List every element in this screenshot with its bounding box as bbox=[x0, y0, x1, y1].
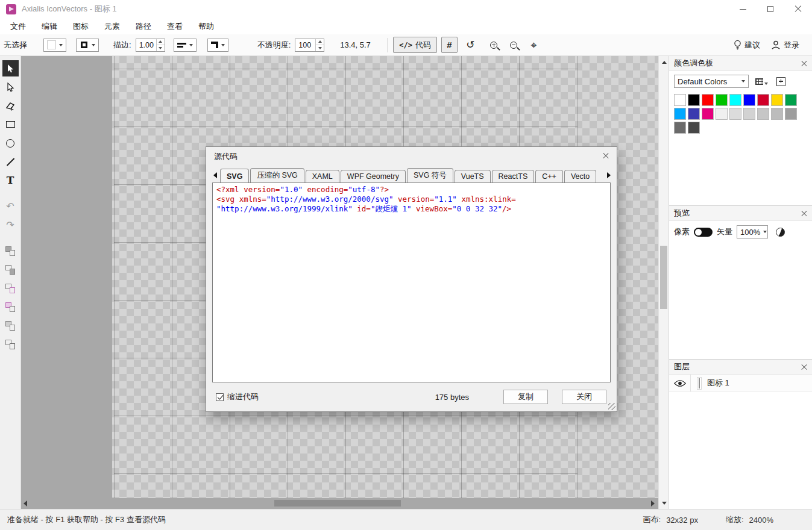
pixel-vector-toggle[interactable] bbox=[694, 228, 713, 237]
opacity-stepper[interactable]: 100 bbox=[295, 39, 324, 52]
toggle-grid-button[interactable]: # bbox=[441, 37, 458, 53]
color-swatch[interactable] bbox=[771, 108, 783, 120]
color-swatch[interactable] bbox=[785, 108, 797, 120]
color-swatch[interactable] bbox=[785, 94, 797, 106]
maximize-button[interactable] bbox=[757, 0, 784, 18]
tab-xaml[interactable]: XAML bbox=[306, 170, 339, 182]
scroll-right-button[interactable] bbox=[649, 498, 657, 509]
line-style-dropdown[interactable] bbox=[174, 39, 197, 52]
zoom-in-button[interactable] bbox=[486, 37, 502, 53]
pixel-label: 像素 bbox=[674, 226, 690, 237]
color-swatch[interactable] bbox=[729, 94, 741, 106]
shape-op-button-2[interactable] bbox=[2, 261, 19, 278]
tabs: SVG压缩的 SVGXAMLWPF GeometrySVG 符号VueTSRea… bbox=[220, 168, 597, 182]
layer-row[interactable]: 图标 1 bbox=[669, 375, 812, 392]
shape-op-button-5[interactable] bbox=[2, 317, 19, 334]
tab-cpp[interactable]: C++ bbox=[535, 170, 563, 182]
direct-selection-tool-button[interactable] bbox=[2, 79, 19, 95]
shape-selection-tool-button[interactable] bbox=[2, 98, 19, 114]
close-button[interactable] bbox=[784, 0, 812, 18]
resize-grip[interactable] bbox=[608, 403, 615, 410]
menu-item-view[interactable]: 查看 bbox=[159, 19, 190, 34]
menu-item-edit[interactable]: 编辑 bbox=[34, 19, 65, 34]
minimize-button[interactable] bbox=[729, 0, 757, 18]
tab-vuets[interactable]: VueTS bbox=[455, 170, 491, 182]
tab-reactts[interactable]: ReactTS bbox=[492, 170, 535, 182]
horizontal-scrollbar-thumb[interactable] bbox=[274, 500, 401, 507]
selection-tool-button[interactable] bbox=[2, 60, 19, 76]
view-code-button[interactable]: </> 代码 bbox=[393, 37, 437, 53]
suggest-button[interactable]: 建议 bbox=[729, 37, 764, 53]
shape-op-button-1[interactable] bbox=[2, 243, 19, 259]
tab-wpf-geometry[interactable]: WPF Geometry bbox=[341, 170, 406, 182]
tab-scroll-right-icon[interactable] bbox=[607, 172, 611, 178]
fill-color-dropdown[interactable] bbox=[43, 39, 66, 52]
color-swatch[interactable] bbox=[702, 108, 714, 120]
rotate-view-button[interactable]: ↺ bbox=[462, 37, 479, 53]
color-swatch[interactable] bbox=[674, 122, 686, 134]
background-contrast-icon[interactable] bbox=[776, 228, 785, 237]
close-panel-icon[interactable] bbox=[801, 60, 807, 66]
tab-svg-symbol[interactable]: SVG 符号 bbox=[407, 168, 453, 182]
stepper-arrows[interactable] bbox=[156, 39, 165, 51]
color-swatch[interactable] bbox=[688, 122, 700, 134]
dialog-title-bar[interactable]: 源代码 bbox=[206, 147, 617, 166]
shape-op-button-6[interactable] bbox=[2, 336, 19, 352]
indent-code-checkbox[interactable] bbox=[216, 393, 224, 401]
menu-item-file[interactable]: 文件 bbox=[2, 19, 34, 34]
login-button[interactable]: 登录 bbox=[767, 37, 804, 53]
horizontal-scrollbar[interactable] bbox=[21, 498, 658, 509]
menu-item-path[interactable]: 路径 bbox=[128, 19, 159, 34]
close-panel-icon[interactable] bbox=[801, 210, 807, 216]
color-swatch[interactable] bbox=[729, 108, 741, 120]
vertical-scrollbar-thumb[interactable] bbox=[660, 246, 667, 309]
rectangle-tool-button[interactable] bbox=[2, 116, 19, 132]
color-swatch[interactable] bbox=[743, 108, 755, 120]
center-view-button[interactable]: ⌖ bbox=[526, 37, 542, 53]
menu-item-help[interactable]: 帮助 bbox=[190, 19, 222, 34]
preview-zoom-select[interactable]: 100% bbox=[737, 225, 768, 238]
menu-item-icon[interactable]: 图标 bbox=[65, 19, 96, 34]
vertical-scrollbar[interactable] bbox=[658, 56, 669, 509]
ellipse-tool-button[interactable] bbox=[2, 135, 19, 151]
close-panel-icon[interactable] bbox=[801, 364, 807, 370]
palette-preset-select[interactable]: Default Colors bbox=[674, 75, 749, 88]
dialog-close-icon[interactable] bbox=[603, 153, 610, 160]
palette-view-button[interactable] bbox=[754, 76, 770, 87]
text-tool-button[interactable]: T bbox=[2, 172, 19, 189]
dialog-close-button[interactable]: 关闭 bbox=[562, 390, 606, 404]
line-tool-button[interactable] bbox=[2, 154, 19, 170]
add-color-button[interactable] bbox=[775, 75, 787, 88]
color-swatch[interactable] bbox=[702, 94, 714, 106]
color-swatch[interactable] bbox=[674, 94, 686, 106]
shape-op-button-4[interactable] bbox=[2, 299, 19, 315]
corner-style-dropdown[interactable] bbox=[207, 39, 228, 52]
stroke-width-stepper[interactable]: 1.00 bbox=[136, 39, 165, 52]
color-swatch[interactable] bbox=[674, 108, 686, 120]
color-swatch[interactable] bbox=[757, 108, 769, 120]
shape-op-button-3[interactable] bbox=[2, 280, 19, 296]
stepper-arrows[interactable] bbox=[315, 39, 324, 51]
tab-compressed-svg[interactable]: 压缩的 SVG bbox=[250, 168, 304, 182]
color-swatch[interactable] bbox=[688, 108, 700, 120]
menu-item-element[interactable]: 元素 bbox=[96, 19, 128, 34]
redo-button[interactable]: ↷ bbox=[2, 217, 19, 233]
color-swatch[interactable] bbox=[771, 94, 783, 106]
color-swatch[interactable] bbox=[743, 94, 755, 106]
scroll-down-button[interactable] bbox=[659, 498, 669, 508]
zoom-out-button[interactable] bbox=[506, 37, 522, 53]
scroll-left-button[interactable] bbox=[21, 498, 30, 509]
source-code-text[interactable]: <?xml version="1.0" encoding="utf-8"?><s… bbox=[212, 182, 611, 382]
color-swatch[interactable] bbox=[757, 94, 769, 106]
layer-visibility-toggle[interactable] bbox=[669, 375, 691, 391]
undo-button[interactable]: ↶ bbox=[2, 198, 19, 214]
stroke-color-dropdown[interactable] bbox=[76, 39, 99, 52]
color-swatch[interactable] bbox=[716, 108, 728, 120]
scroll-up-button[interactable] bbox=[659, 57, 669, 67]
tab-svg[interactable]: SVG bbox=[220, 169, 249, 182]
copy-button[interactable]: 复制 bbox=[503, 390, 548, 404]
tab-vecto[interactable]: Vecto bbox=[564, 170, 596, 182]
color-swatch[interactable] bbox=[688, 94, 700, 106]
color-swatch[interactable] bbox=[716, 94, 728, 106]
tab-scroll-left-icon[interactable] bbox=[213, 172, 217, 178]
